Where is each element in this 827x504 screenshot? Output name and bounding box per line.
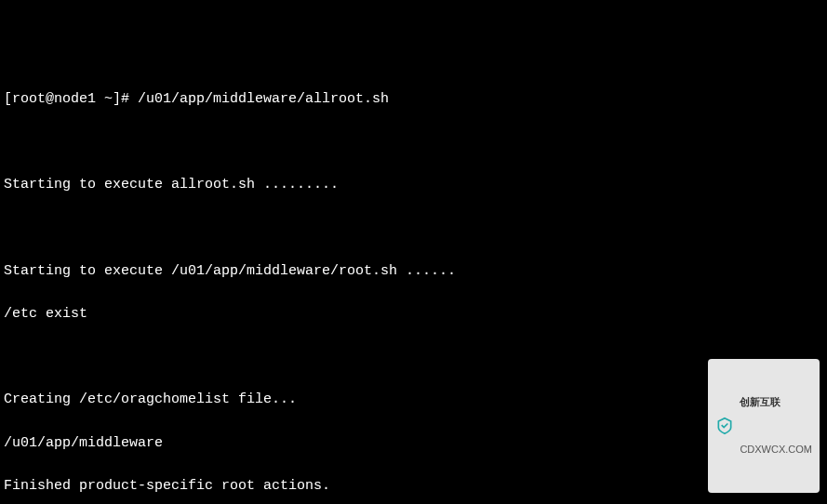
watermark-badge: 创新互联 CDXWCX.COM (708, 359, 820, 493)
blank-line (4, 218, 823, 239)
output-line-mwpath: /u01/app/middleware (4, 432, 823, 454)
watermark-subtitle: CDXWCX.COM (740, 442, 812, 458)
output-line-start-allroot: Starting to execute allroot.sh ......... (4, 174, 823, 195)
blank-line (4, 347, 823, 368)
output-line-finished-actions: Finished product-specific root actions. (4, 475, 823, 497)
output-line-start-root: Starting to execute /u01/app/middleware/… (4, 260, 823, 282)
watermark-title: 创新互联 (740, 394, 812, 410)
output-line-creating: Creating /etc/oragchomelist file... (4, 389, 823, 410)
prompt-line-allroot: [root@node1 ~]# /u01/app/middleware/allr… (4, 88, 823, 110)
blank-line (4, 132, 823, 153)
watermark-logo-icon (715, 417, 734, 435)
output-line-etc-exist: /etc exist (4, 303, 823, 325)
